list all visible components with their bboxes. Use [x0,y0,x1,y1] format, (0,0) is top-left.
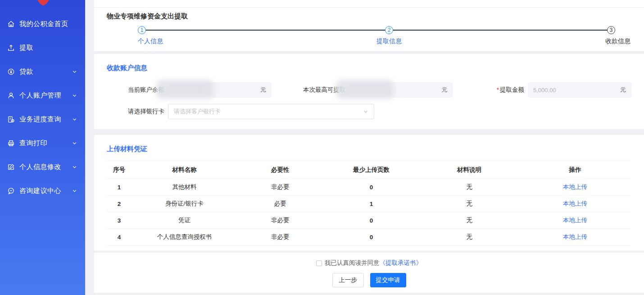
print-icon [6,139,15,148]
amount-value: 5,000.00 [533,87,556,94]
chevron-down-icon [72,69,77,74]
consult-icon [6,187,15,196]
sidebar-item-edit-info[interactable]: 个人信息修改 [0,155,85,179]
max-withdraw-input: 3 元 [349,82,453,98]
cell-name: 凭证 [132,216,237,224]
sidebar-item-home[interactable]: 我的公积金首页 [0,12,85,36]
agreement-row: 我已认真阅读并同意 《提取承诺书》 [94,259,644,267]
col-header-action: 操作 [519,166,631,174]
bank-card-placeholder: 请选择客户银行卡 [174,107,221,116]
home-icon [6,20,15,29]
agreement-checkbox[interactable] [316,260,322,266]
sidebar-item-label: 贷款 [19,67,33,76]
section-title-upload-materials: 上传材料凭证 [107,144,631,153]
table-row: 3 凭证 非必要 0 无 本地上传 [107,212,631,229]
cell-desc: 无 [420,183,519,191]
cell-required: 非必要 [237,216,323,224]
content-gutter [85,0,94,295]
sidebar-item-loan[interactable]: 贷款 [0,60,85,84]
cell-no: 2 [107,201,132,207]
bank-card-field-group: 请选择银行卡 请选择客户银行卡 [107,104,374,119]
loan-icon [6,67,15,76]
step-label-personal-info: 个人信息 [138,37,163,45]
balance-label: 当前账户余额 [107,86,164,94]
sidebar-item-progress-query[interactable]: 业务进度查询 [0,107,85,131]
edit-info-icon [6,163,15,172]
step-label-withdraw-info: 提取信息 [376,37,402,45]
col-header-required: 必要性 [237,166,323,174]
amount-label: *提取金额 [497,86,524,94]
cell-desc: 无 [420,200,519,208]
step-number: 2 [388,27,391,33]
balance-redaction-blur [156,80,214,99]
agreement-text: 我已认真阅读并同意 [325,259,380,267]
step-circle-1: 1 [138,26,146,34]
col-header-min-pages: 最少上传页数 [323,166,420,174]
section-title-payee-account: 收款账户信息 [107,63,631,72]
cell-min-pages: 0 [323,234,420,241]
local-upload-link[interactable]: 本地上传 [519,200,631,208]
local-upload-link[interactable]: 本地上传 [519,216,631,224]
currency-unit: 元 [260,86,266,94]
cell-min-pages: 0 [323,184,420,191]
local-upload-link[interactable]: 本地上传 [519,233,631,241]
cell-name: 身份证/银行卡 [132,200,237,208]
cell-desc: 无 [420,216,519,224]
step-label-payee-info: 收款信息 [605,37,630,45]
table-row: 2 身份证/银行卡 必要 1 无 本地上传 [107,196,631,212]
currency-unit: 元 [442,86,448,94]
account-form-row-2: 请选择银行卡 请选择客户银行卡 [107,104,631,119]
sidebar-item-label: 查询打印 [19,139,47,148]
button-row: 上一步 提交申请 [94,273,644,287]
bank-card-select[interactable]: 请选择客户银行卡 [168,104,374,119]
cell-desc: 无 [420,233,519,241]
cell-no: 4 [107,234,132,241]
cell-name: 个人信息查询授权书 [132,233,237,241]
bank-card-label: 请选择银行卡 [107,107,164,116]
account-form-row-1: 当前账户余额 3 元 本次最高可提取 3 元 [107,82,631,98]
amount-input[interactable]: 5,000.00 元 [528,82,631,98]
payee-account-section: 收款账户信息 当前账户余额 3 元 本次最高可提取 [94,54,644,129]
col-header-name: 材料名称 [132,166,237,174]
cell-name: 其他材料 [132,183,237,191]
sidebar-item-label: 提取 [19,44,33,52]
footer-actions-card: 我已认真阅读并同意 《提取承诺书》 上一步 提交申请 [94,253,644,293]
max-withdraw-field-group: 本次最高可提取 3 元 [303,82,453,98]
sidebar-item-label: 业务进度查询 [19,115,61,124]
app: 我的公积金首页 提取 贷款 个 [0,0,644,295]
chevron-down-icon [72,188,77,193]
cell-min-pages: 0 [323,217,420,224]
cell-required: 必要 [237,200,323,208]
step-circle-3: 3 [607,26,615,34]
chevron-down-icon [72,141,77,146]
cell-min-pages: 1 [323,201,420,207]
currency-unit: 元 [620,86,626,94]
chevron-down-icon [72,93,77,98]
col-header-no: 序号 [107,166,132,174]
max-withdraw-redaction-blur [336,80,394,99]
step-number: 3 [610,27,613,33]
submit-application-button[interactable]: 提交申请 [370,273,406,287]
sidebar-item-withdraw[interactable]: 提取 [0,36,85,60]
sidebar-item-consult-center[interactable]: 咨询建议中心 [0,179,85,203]
sidebar-menu: 我的公积金首页 提取 贷款 个 [0,0,85,203]
balance-input: 3 元 [168,82,272,98]
sidebar-item-account-management[interactable]: 个人账户管理 [0,84,85,107]
sidebar-item-query-print[interactable]: 查询打印 [0,131,85,155]
local-upload-link[interactable]: 本地上传 [519,183,631,191]
col-header-desc: 材料说明 [420,166,519,174]
sidebar-item-label: 咨询建议中心 [19,187,61,195]
main-area: 物业专项维修资金支出提取 1 2 3 个人信息 提取信息 收款信息 收款账户信息 [85,0,644,295]
sidebar: 我的公积金首页 提取 贷款 个 [0,0,85,295]
previous-step-button[interactable]: 上一步 [332,273,364,287]
header-card: 物业专项维修资金支出提取 1 2 3 个人信息 提取信息 收款信息 [94,8,644,51]
table-row: 4 个人信息查询授权书 非必要 0 无 本地上传 [107,229,631,246]
table-header-row: 序号 材料名称 必要性 最少上传页数 材料说明 操作 [107,161,631,179]
step-circle-2: 2 [385,26,393,34]
balance-field-group: 当前账户余额 3 元 [107,82,272,98]
cell-required: 非必要 [237,233,323,241]
step-number: 1 [141,27,144,33]
sidebar-item-label: 我的公积金首页 [19,20,68,28]
materials-table: 序号 材料名称 必要性 最少上传页数 材料说明 操作 1 其他材料 非必要 0 … [107,161,631,246]
agreement-link[interactable]: 《提取承诺书》 [380,259,422,267]
